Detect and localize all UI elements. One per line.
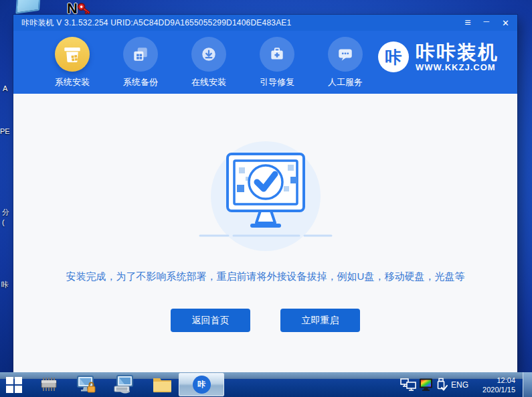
action-buttons: 返回首页 立即重启 [13, 309, 517, 332]
taskbar-clock[interactable]: 12:04 2020/1/15 [468, 372, 515, 397]
nav-bar: 系统安装 系统备份 [13, 31, 517, 94]
desktop-icon-label-fragment[interactable]: ( [2, 218, 5, 226]
window-title: 咔咔装机 V 3.1.532.254 URID:A5C84DD9A1655055… [21, 17, 291, 29]
desktop-icon-label-fragment[interactable]: A [3, 84, 7, 92]
show-desktop-button[interactable] [523, 372, 532, 397]
taskbar-kaka-app-button[interactable]: 咔 [179, 373, 224, 396]
kaka-app-icon: 咔 [193, 376, 211, 394]
restart-now-button[interactable]: 立即重启 [280, 309, 360, 332]
logo-name: 咔咔装机 [416, 42, 499, 62]
windows-logo-icon [6, 377, 22, 393]
clock-time: 12:04 [497, 376, 515, 385]
logo-badge-icon: 咔 [378, 42, 409, 72]
return-home-button[interactable]: 返回首页 [171, 309, 250, 332]
nav-item-system-backup[interactable]: 系统备份 [106, 37, 175, 88]
chat-bubble-icon [328, 37, 363, 72]
start-button[interactable] [5, 376, 23, 394]
language-indicator[interactable]: ENG [451, 372, 468, 397]
taskbar-chip-tool-icon[interactable] [39, 376, 59, 393]
desktop-icon-label-fragment[interactable]: 咔 [1, 280, 9, 290]
completion-message: 安装完成，为了不影响系统部署，重启前请将外接设备拔掉，例如U盘，移动硬盘，光盘等 [13, 270, 517, 283]
toolbox-icon [260, 37, 294, 72]
desktop: N A PE 分 ( 咔 咔咔装机 V 3.1.532.254 URID:A5C… [0, 0, 532, 397]
desktop-monitor-icon[interactable] [15, 0, 40, 14]
brand-logo: 咔 咔咔装机 WWW.KKZJ.COM [378, 42, 499, 72]
taskbar-locked-pc-icon[interactable] [76, 375, 97, 394]
nav-label: 人工服务 [328, 76, 363, 88]
install-box-icon [55, 37, 90, 72]
nav-item-system-install[interactable]: 系统安装 [37, 37, 107, 88]
close-icon[interactable]: ✕ [502, 19, 509, 27]
success-illustration [195, 138, 336, 258]
logo-url: WWW.KKZJ.COM [416, 62, 499, 72]
main-content: 安装完成，为了不影响系统部署，重启前请将外接设备拔掉，例如U盘，移动硬盘，光盘等… [13, 94, 517, 372]
nav-label: 在线安装 [191, 76, 226, 88]
nav-item-support[interactable]: 人工服务 [311, 37, 380, 88]
nav-label: 引导修复 [260, 76, 294, 88]
display-settings-tray-icon[interactable] [419, 378, 433, 391]
nav-item-boot-repair[interactable]: 引导修复 [242, 37, 312, 88]
clock-date: 2020/1/15 [482, 385, 515, 394]
taskbar-remote-pc-icon[interactable] [114, 375, 135, 394]
monitor-check-icon [199, 138, 333, 242]
minimize-icon[interactable]: ─ [484, 17, 490, 25]
nav-label: 系统安装 [55, 76, 90, 88]
menu-icon[interactable]: ≡ [464, 17, 470, 28]
desktop-icon-label-fragment[interactable]: 分 [2, 208, 9, 218]
taskbar: 咔 [0, 372, 532, 397]
nav-item-online-install[interactable]: 在线安装 [174, 37, 244, 88]
network-tray-icon[interactable] [400, 378, 416, 391]
kaka-installer-window: 咔咔装机 V 3.1.532.254 URID:A5C84DD9A1655055… [13, 15, 517, 372]
backup-icon [123, 37, 158, 72]
desktop-icon-label-fragment[interactable]: PE [0, 127, 10, 135]
title-bar: 咔咔装机 V 3.1.532.254 URID:A5C84DD9A1655055… [13, 15, 517, 31]
download-icon [191, 37, 226, 72]
usb-eject-tray-icon[interactable] [436, 378, 448, 392]
nav-label: 系统备份 [123, 76, 158, 88]
taskbar-file-explorer-icon[interactable] [152, 376, 173, 393]
